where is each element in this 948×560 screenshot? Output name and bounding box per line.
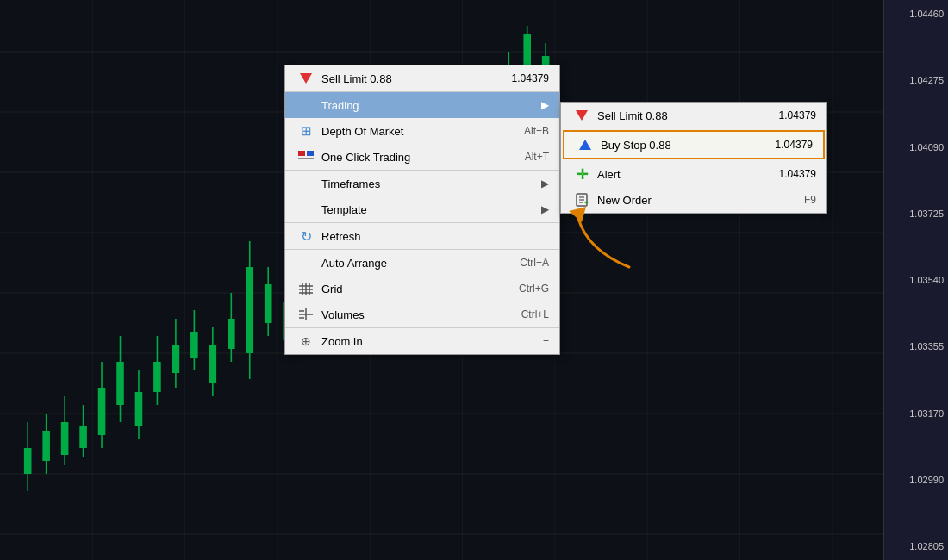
sell-limit-top-label: Sell Limit 0.88 [321, 72, 503, 85]
trading-arrow-icon: ▶ [541, 99, 549, 111]
trading-icon [296, 96, 316, 114]
menu-item-template[interactable]: Template ▶ [285, 196, 559, 223]
price-label-2: 1.04275 [889, 75, 944, 85]
svg-rect-64 [298, 158, 314, 159]
svg-rect-21 [42, 431, 50, 461]
submenu-new-order-icon: + [571, 191, 592, 208]
template-arrow-icon: ▶ [541, 203, 549, 215]
menu-item-refresh[interactable]: ↻ Refresh [285, 223, 559, 250]
submenu-buy-stop-icon [575, 136, 596, 153]
svg-rect-31 [135, 392, 143, 426]
menu-item-auto-arrange[interactable]: Auto Arrange Ctrl+A [285, 250, 559, 276]
price-label-4: 1.03725 [889, 208, 944, 219]
svg-rect-29 [116, 362, 124, 405]
sell-limit-top-value: 1.04379 [512, 72, 549, 84]
menu-item-volumes[interactable]: Volumes Ctrl+L [285, 302, 559, 328]
submenu-buy-stop[interactable]: Buy Stop 0.88 1.04379 [563, 130, 825, 159]
submenu-alert-icon: ✛ [571, 165, 592, 183]
menu-item-zoom-in[interactable]: ⊕ Zoom In + [285, 328, 559, 354]
auto-arrange-icon [296, 254, 316, 271]
menu-item-one-click-trading[interactable]: One Click Trading Alt+T [285, 144, 559, 171]
submenu-sell-limit-icon [571, 107, 592, 124]
svg-rect-43 [246, 267, 253, 353]
menu-item-depth-of-market[interactable]: ⊞ Depth Of Market Alt+B [285, 118, 559, 144]
svg-rect-35 [172, 345, 180, 373]
grid-icon [296, 280, 316, 297]
timeframes-arrow-icon: ▶ [541, 177, 549, 190]
submenu-sell-limit[interactable]: Sell Limit 0.88 1.04379 [561, 103, 826, 128]
menu-item-timeframes[interactable]: Timeframes ▶ [285, 171, 559, 196]
trading-submenu: Sell Limit 0.88 1.04379 Buy Stop 0.88 1.… [560, 102, 827, 214]
context-menu: Sell Limit 0.88 1.04379 Trading ▶ ⊞ Dept… [284, 65, 560, 355]
price-label-9: 1.02805 [889, 541, 944, 551]
zoom-in-icon: ⊕ [296, 333, 316, 350]
svg-rect-63 [307, 151, 314, 156]
price-label-1: 1.04460 [889, 9, 944, 19]
refresh-icon: ↻ [296, 227, 316, 245]
svg-rect-62 [298, 151, 305, 156]
arrow-down-red-icon [300, 73, 312, 84]
svg-rect-27 [98, 388, 106, 435]
menu-item-trading[interactable]: Trading ▶ [285, 92, 559, 118]
svg-rect-19 [24, 448, 32, 474]
arrow-down-red-icon-sub [576, 110, 588, 121]
timeframes-icon [296, 175, 316, 192]
menu-item-sell-limit-top[interactable]: Sell Limit 0.88 1.04379 [285, 65, 559, 92]
template-icon [296, 201, 316, 218]
sell-limit-top-icon [296, 70, 316, 87]
svg-text:+: + [584, 199, 589, 207]
price-label-7: 1.03170 [889, 408, 944, 419]
price-label-6: 1.03355 [889, 341, 944, 352]
svg-rect-37 [190, 332, 198, 358]
depth-of-market-icon: ⊞ [296, 122, 316, 140]
svg-rect-41 [228, 319, 235, 349]
svg-rect-45 [265, 284, 272, 323]
svg-rect-25 [79, 426, 87, 448]
one-click-trading-icon [296, 148, 316, 165]
menu-item-grid[interactable]: Grid Ctrl+G [285, 276, 559, 302]
arrow-up-blue-icon [579, 140, 591, 150]
svg-rect-39 [209, 345, 217, 383]
submenu-new-order[interactable]: + New Order F9 [561, 187, 826, 213]
price-label-5: 1.03540 [889, 275, 944, 285]
svg-rect-33 [153, 362, 161, 392]
price-scale: 1.04460 1.04275 1.04090 1.03725 1.03540 … [883, 0, 948, 560]
price-label-3: 1.04090 [889, 142, 944, 152]
submenu-alert[interactable]: ✛ Alert 1.04379 [561, 161, 826, 187]
price-label-8: 1.02990 [889, 475, 944, 485]
volumes-icon [296, 306, 316, 323]
svg-rect-23 [61, 422, 69, 455]
